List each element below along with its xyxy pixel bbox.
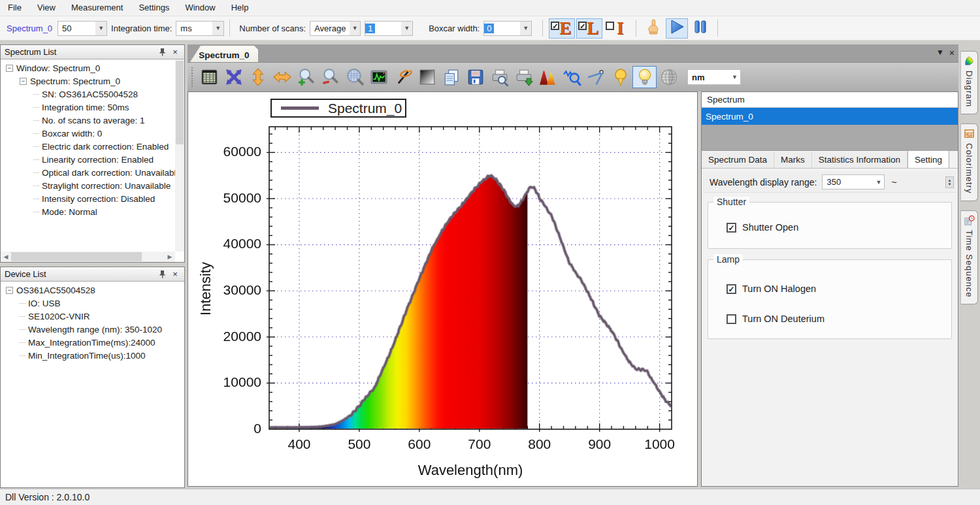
scroll-right-icon[interactable]: ▶ [165, 253, 175, 260]
tree-item[interactable]: Electric dark correction: Enabled [1, 140, 175, 153]
spectrum-peaks-button[interactable] [536, 66, 560, 88]
electric-dark-toggle-button[interactable]: ✓ E [549, 18, 575, 39]
menu-item-window[interactable]: Window [177, 0, 223, 16]
magic-wand-button[interactable] [391, 66, 415, 88]
chevron-down-icon[interactable]: ▼ [95, 22, 106, 35]
collapse-icon[interactable]: − [6, 65, 13, 72]
grid-globe-button[interactable] [657, 66, 681, 88]
chevron-down-icon[interactable]: ▼ [401, 22, 412, 35]
tree-item[interactable]: Linearity correction: Enabled [1, 153, 175, 166]
print-preview-button[interactable] [487, 66, 512, 88]
save-button[interactable] [463, 66, 487, 88]
print-export-button[interactable] [512, 66, 536, 88]
tree-item[interactable]: Straylight correction: Unavailable [1, 179, 175, 192]
spectrum-plot-canvas[interactable] [188, 92, 698, 487]
shutter-open-checkbox[interactable]: ✓ [727, 223, 736, 233]
measure-angle-button[interactable] [584, 66, 608, 88]
single-scan-button[interactable] [642, 18, 664, 39]
integration-time-combo[interactable]: 50 ▼ [57, 21, 107, 36]
toolbar-grip[interactable] [191, 67, 195, 87]
tab-setting[interactable]: Setting [907, 150, 949, 168]
tree-item[interactable]: Wavelength range (nm): 350-1020 [1, 323, 184, 336]
pin-icon[interactable] [157, 269, 167, 280]
tree-item[interactable]: No. of scans to average: 1 [1, 114, 175, 127]
scan-mode-combo[interactable]: Average ▼ [310, 21, 361, 36]
tree-item[interactable]: −Window: Spectrum_0 [1, 61, 175, 74]
checkbox[interactable]: ✓ [551, 22, 559, 30]
chevron-down-icon[interactable]: ▼ [873, 175, 884, 189]
chevron-down-icon[interactable]: ▼ [350, 22, 360, 35]
chart-legend[interactable]: Spectrum_0 [270, 99, 406, 118]
zoom-region-button[interactable] [342, 66, 367, 88]
unit-combo[interactable]: nm ▼ [687, 69, 741, 85]
copy-button[interactable] [439, 66, 463, 88]
linearity-toggle-button[interactable]: ✓ L [576, 18, 602, 39]
tree-item[interactable]: SN: OS361AC55004528 [1, 88, 175, 101]
vertical-scrollbar[interactable] [175, 59, 184, 252]
tree-item[interactable]: Max_IntegrationTime(ms):24000 [1, 336, 184, 349]
close-icon[interactable]: × [170, 47, 180, 57]
chevron-down-icon[interactable]: ▼ [936, 48, 944, 58]
shutter-open-row[interactable]: ✓ Shutter Open [727, 222, 798, 233]
deuterium-row[interactable]: ✓ Turn ON Deuterium [727, 314, 825, 324]
search-wave-button[interactable] [560, 66, 584, 88]
marker-balloon-button[interactable] [608, 66, 632, 88]
menu-item-file[interactable]: File [0, 0, 29, 16]
tab-statistics-information[interactable]: Statistics Information [812, 152, 907, 168]
menu-item-help[interactable]: Help [223, 0, 257, 16]
halogen-row[interactable]: ✓ Turn ON Halogen [727, 284, 816, 294]
list-item-selected[interactable]: Spectrum_0 [702, 108, 958, 125]
collapse-icon[interactable]: − [20, 78, 27, 85]
tab-diagram[interactable]: Diagram [960, 51, 978, 114]
zoom-in-button[interactable] [294, 66, 318, 88]
tree-item[interactable]: Integration time: 50ms [1, 101, 175, 114]
fit-horizontal-button[interactable] [270, 66, 294, 88]
menu-item-measurement[interactable]: Measurement [63, 0, 131, 16]
tree-item[interactable]: Intensity correction: Disabled [1, 192, 175, 205]
tree-item[interactable]: −Spectrum: Spectrum_0 [1, 74, 175, 88]
checkbox[interactable]: ✓ [606, 22, 614, 30]
gradient-button[interactable] [415, 66, 439, 88]
tree-item[interactable]: SE1020C-VNIR [1, 310, 184, 323]
collapse-icon[interactable]: − [6, 287, 13, 294]
menu-item-view[interactable]: View [29, 0, 63, 16]
scroll-left-icon[interactable]: ◀ [1, 253, 11, 260]
wavelength-start-combo[interactable]: 350 ▼ [822, 174, 885, 189]
close-icon[interactable]: × [949, 48, 955, 58]
chevron-down-icon[interactable]: ▼ [520, 22, 531, 35]
oscilloscope-button[interactable] [367, 66, 391, 88]
active-spectrum-link[interactable]: Spectrum_0 [7, 24, 52, 33]
pin-icon[interactable] [157, 47, 167, 57]
tab-colorimetry[interactable]: Colorimetry [960, 123, 978, 201]
data-table-button[interactable] [197, 66, 221, 88]
intensity-toggle-button[interactable]: ✓ I [604, 18, 630, 39]
zoom-out-button[interactable] [318, 66, 342, 88]
play-button[interactable] [666, 18, 688, 39]
fit-vertical-button[interactable] [246, 66, 270, 88]
deuterium-checkbox[interactable]: ✓ [727, 314, 736, 324]
menu-item-settings[interactable]: Settings [131, 0, 177, 16]
tree-item[interactable]: IO: USB [1, 297, 184, 310]
horizontal-scrollbar[interactable]: ◀ ▶ [1, 252, 175, 262]
list-column-header[interactable]: Spectrum [702, 92, 958, 108]
tab-spectrum-data[interactable]: Spectrum Data [702, 152, 774, 168]
spinner-control[interactable]: ▲▼ [945, 176, 954, 188]
tab-marks[interactable]: Marks [774, 152, 812, 168]
checkbox[interactable]: ✓ [578, 22, 587, 30]
lamp-bulb-button[interactable] [632, 66, 657, 88]
tab-time-sequence[interactable]: Time Sequence [960, 210, 978, 305]
tree-item[interactable]: Min_IntegrationTime(us):1000 [1, 349, 184, 362]
tree-item[interactable]: Optical dark correction: Unavailable [1, 166, 175, 179]
close-icon[interactable]: × [170, 269, 180, 280]
tree-item[interactable]: Boxcar width: 0 [1, 127, 175, 140]
fit-view-button[interactable] [221, 66, 246, 88]
tab-spectrum-0[interactable]: Spectrum_0 [190, 46, 258, 62]
chevron-down-icon[interactable]: ▼ [729, 71, 740, 84]
tree-item[interactable]: −OS361AC55004528 [1, 284, 184, 297]
scan-count-combo[interactable]: 1 ▼ [365, 21, 413, 36]
tree-item[interactable]: Mode: Normal [1, 205, 175, 218]
halogen-checkbox[interactable]: ✓ [727, 284, 736, 294]
integration-unit-combo[interactable]: ms ▼ [176, 21, 224, 36]
boxcar-width-combo[interactable]: 0 ▼ [483, 21, 532, 36]
pause-button[interactable] [689, 18, 711, 39]
